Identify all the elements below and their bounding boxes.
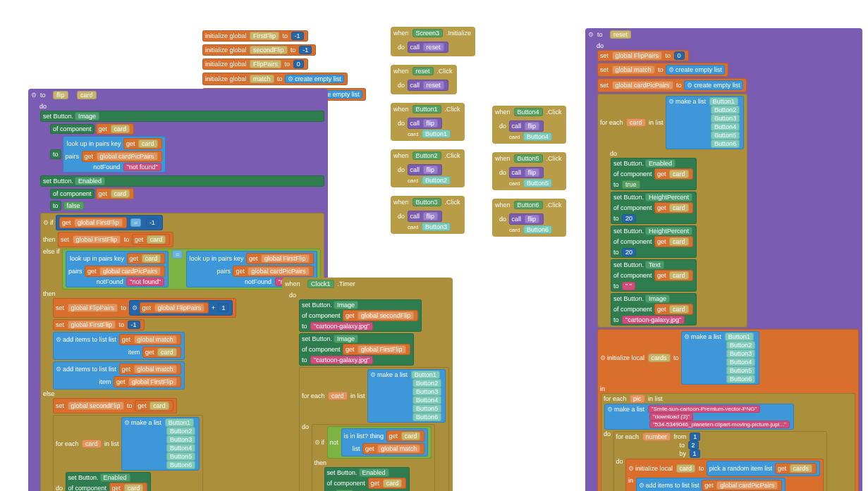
val-neg1: -1 [291, 32, 304, 40]
init-global-firstflip[interactable]: initialize global FirstFlip to -1 [202, 30, 308, 42]
var-firstflip: FirstFlip [250, 32, 279, 40]
when-clock1-timer[interactable]: when Clock1.Timer do set Button.Image of… [282, 278, 453, 491]
when-reset-click[interactable]: when reset .Click do call reset [391, 65, 457, 94]
call-reset[interactable]: call reset [408, 42, 448, 53]
init-global-match[interactable]: initialize global match to create empty … [202, 73, 348, 85]
init-global-secondflip[interactable]: initialize global secondFlip to -1 [202, 44, 316, 56]
when-button3-click[interactable]: whenButton3.Click do call flip card Butt… [391, 196, 465, 234]
init-global-flippairs[interactable]: initialize global FlipPairs to 0 [202, 58, 308, 70]
when-button1-click[interactable]: when Button1 .Click do call flip card Bu… [391, 103, 465, 141]
when-screen3-initialize[interactable]: when Screen3 .Initialize do call reset [391, 27, 475, 56]
when-button5-click[interactable]: whenButton5.Click do call flip card Butt… [492, 152, 566, 190]
when-button2-click[interactable]: whenButton2.Click do call flip card Butt… [391, 149, 465, 187]
set-button-image[interactable]: set Button.Image [40, 111, 324, 122]
kw-init-global: initialize global [205, 32, 247, 39]
when-button6-click[interactable]: whenButton6.Click do call flip card Butt… [492, 199, 566, 237]
proc-reset[interactable]: to reset do set global FlipPairs to 0 se… [585, 28, 862, 491]
when-button4-click[interactable]: whenButton4.Click do call flip card Butt… [492, 106, 566, 144]
